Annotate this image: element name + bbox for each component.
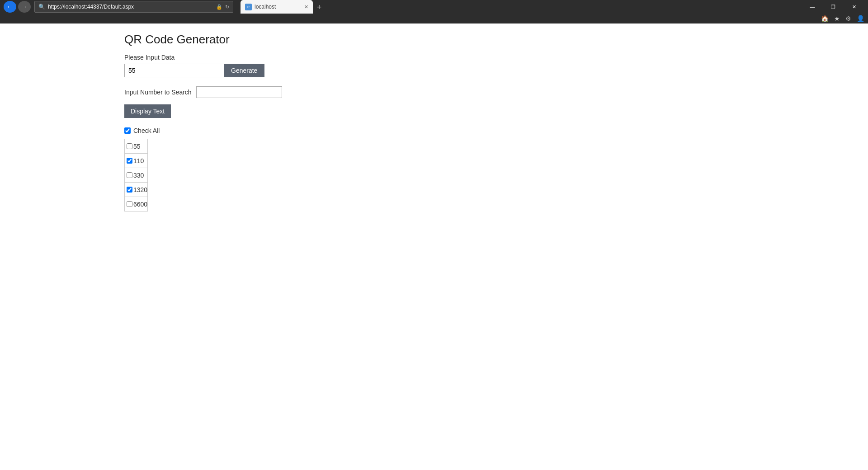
favorites-icon[interactable]: ★ xyxy=(834,15,840,22)
page-title: QR Code Generator xyxy=(124,33,744,47)
input-label: Please Input Data xyxy=(124,54,744,61)
address-text: https://localhost:44337/Default.aspx xyxy=(48,4,213,10)
restore-button[interactable]: ❒ xyxy=(823,0,844,14)
search-icon: 🔍 xyxy=(38,4,45,10)
minimize-button[interactable]: — xyxy=(802,0,823,14)
display-text-button[interactable]: Display Text xyxy=(124,104,171,118)
back-button[interactable]: ← xyxy=(4,1,16,13)
new-tab-button[interactable]: + xyxy=(313,1,326,14)
list-item: 55 xyxy=(124,139,148,154)
page-content: QR Code Generator Please Input Data Gene… xyxy=(0,24,868,220)
data-input-row: Generate xyxy=(124,64,744,77)
list-item: 330 xyxy=(124,168,148,183)
checkbox-6600[interactable] xyxy=(127,201,132,207)
checkbox-55[interactable] xyxy=(127,143,132,149)
checkbox-1320[interactable] xyxy=(127,187,132,193)
label-6600: 6600 xyxy=(133,201,147,208)
list-item: 1320 xyxy=(124,182,148,197)
refresh-icon: ↻ xyxy=(225,4,229,10)
lock-icon: 🔒 xyxy=(216,4,222,10)
label-1320: 1320 xyxy=(133,186,147,193)
home-icon[interactable]: 🏠 xyxy=(821,15,829,22)
tab-bar: e localhost ✕ + xyxy=(241,0,800,14)
checkbox-330[interactable] xyxy=(127,172,132,178)
forward-button[interactable]: → xyxy=(18,1,31,13)
window-controls: — ❒ ✕ xyxy=(802,0,864,14)
tab-close-icon[interactable]: ✕ xyxy=(304,4,308,10)
tab-title: localhost xyxy=(255,4,276,10)
generate-button[interactable]: Generate xyxy=(224,64,264,77)
address-bar[interactable]: 🔍 https://localhost:44337/Default.aspx 🔒… xyxy=(34,1,233,13)
check-all-label[interactable]: Check All xyxy=(133,127,160,134)
tab-favicon: e xyxy=(245,4,252,10)
label-330: 330 xyxy=(133,172,144,179)
label-110: 110 xyxy=(133,157,144,164)
search-input[interactable] xyxy=(196,86,282,98)
check-all-row: Check All xyxy=(124,127,744,134)
list-item: 110 xyxy=(124,153,148,168)
check-all-checkbox[interactable] xyxy=(124,127,131,134)
active-tab[interactable]: e localhost ✕ xyxy=(241,0,313,14)
search-row: Input Number to Search xyxy=(124,86,744,98)
settings-icon[interactable]: ⚙ xyxy=(845,15,851,22)
list-item: 6600 xyxy=(124,197,148,212)
data-input[interactable] xyxy=(124,64,224,77)
label-55: 55 xyxy=(133,143,141,150)
search-label: Input Number to Search xyxy=(124,89,192,96)
checkbox-list: 55 110 330 1320 6600 xyxy=(124,139,744,211)
close-button[interactable]: ✕ xyxy=(844,0,864,14)
checkbox-110[interactable] xyxy=(127,158,132,164)
user-icon[interactable]: 👤 xyxy=(857,15,864,22)
